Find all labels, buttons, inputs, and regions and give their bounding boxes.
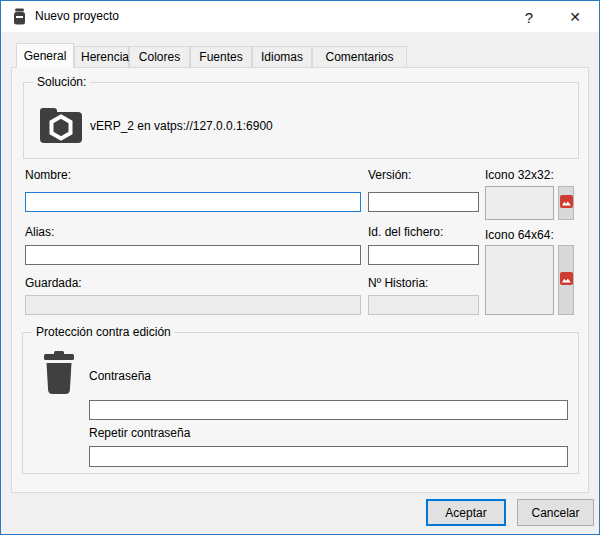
guardada-input (25, 295, 361, 315)
tab-idiomas[interactable]: Idiomas (252, 46, 312, 68)
id-fichero-label: Id. del fichero: (368, 225, 443, 239)
close-button[interactable]: ✕ (559, 1, 591, 32)
repetir-contrasena-input[interactable] (89, 446, 568, 467)
protection-group-label: Protección contra edición (32, 325, 175, 339)
icono64-browse-button[interactable] (558, 245, 574, 315)
solution-group: Solución: vERP_2 en vatps://127.0.0.1:69… (23, 82, 579, 159)
window-title: Nuevo proyecto (35, 1, 119, 32)
id-fichero-input[interactable] (368, 245, 479, 265)
tab-herencia[interactable]: Herencia (74, 46, 129, 68)
solution-value: vERP_2 en vatps://127.0.0.1:6900 (90, 119, 273, 133)
version-input[interactable] (368, 192, 479, 212)
help-button[interactable]: ? (513, 1, 545, 32)
solution-folder-hexagon-icon (39, 106, 83, 144)
tab-pane-general: Solución: vERP_2 en vatps://127.0.0.1:69… (11, 67, 589, 493)
solution-group-label: Solución: (33, 75, 90, 89)
image-icon (560, 195, 573, 211)
historia-input (368, 295, 479, 315)
contrasena-label: Contraseña (89, 369, 151, 383)
alias-input[interactable] (25, 245, 361, 265)
tab-colores[interactable]: Colores (129, 46, 190, 68)
nombre-label: Nombre: (25, 168, 71, 182)
titlebar[interactable]: Nuevo proyecto ? ✕ (1, 1, 599, 32)
icono32-browse-button[interactable] (558, 186, 574, 220)
guardada-label: Guardada: (25, 276, 82, 290)
protection-group: Protección contra edición Contraseña Rep… (22, 332, 579, 474)
app-jar-icon (12, 8, 27, 25)
dialog-nuevo-proyecto: Nuevo proyecto ? ✕ General Herencia Colo… (0, 0, 600, 535)
version-label: Versión: (368, 168, 411, 182)
historia-label: Nº Historia: (368, 276, 428, 290)
cancel-button[interactable]: Cancelar (517, 499, 594, 526)
contrasena-input[interactable] (89, 400, 568, 420)
nombre-input[interactable] (25, 192, 361, 212)
repetir-contrasena-label: Repetir contraseña (89, 426, 190, 440)
image-icon (560, 272, 573, 288)
accept-button[interactable]: Aceptar (426, 499, 506, 526)
tab-comentarios[interactable]: Comentarios (312, 46, 407, 68)
icono64-preview (485, 245, 554, 315)
tab-general[interactable]: General (16, 43, 74, 68)
tab-fuentes[interactable]: Fuentes (190, 46, 252, 68)
trash-icon (43, 351, 75, 395)
alias-label: Alias: (25, 225, 54, 239)
icono32-label: Icono 32x32: (485, 168, 554, 182)
icono32-preview (485, 186, 554, 220)
icono64-label: Icono 64x64: (485, 228, 554, 242)
